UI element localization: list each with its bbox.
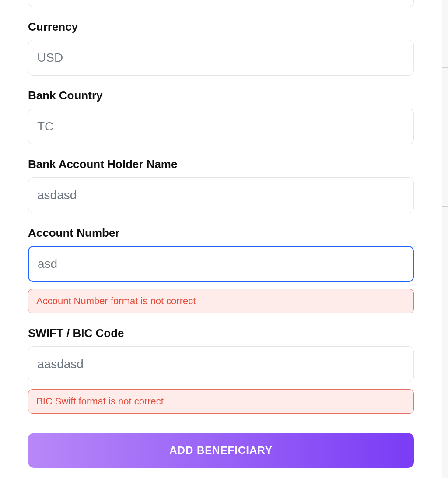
beneficiary-form: Currency Bank Country Bank Account Holde… [0, 0, 442, 478]
account-number-label: Account Number [28, 226, 414, 240]
account-holder-input[interactable] [28, 177, 414, 213]
swift-bic-label: SWIFT / BIC Code [28, 327, 414, 340]
account-holder-label: Bank Account Holder Name [28, 158, 414, 171]
account-holder-field-group: Bank Account Holder Name [28, 158, 414, 213]
swift-bic-error: BIC Swift format is not correct [28, 389, 414, 414]
account-number-error: Account Number format is not correct [28, 289, 414, 313]
scrollbar-mark [442, 206, 448, 207]
bank-country-label: Bank Country [28, 89, 414, 102]
swift-bic-input[interactable] [28, 346, 414, 382]
swift-bic-field-group: SWIFT / BIC Code BIC Swift format is not… [28, 327, 414, 414]
currency-field-group: Currency [28, 20, 414, 76]
account-number-field-group: Account Number Account Number format is … [28, 226, 414, 313]
page-container: Currency Bank Country Bank Account Holde… [0, 0, 448, 478]
scrollbar-mark [442, 67, 448, 68]
account-number-input[interactable] [28, 246, 414, 282]
right-edge-scrollbar[interactable] [442, 0, 448, 478]
bank-country-field-group: Bank Country [28, 89, 414, 144]
bank-country-input[interactable] [28, 109, 414, 144]
add-beneficiary-button[interactable]: ADD BENEFICIARY [28, 433, 414, 468]
currency-input[interactable] [28, 40, 414, 76]
currency-label: Currency [28, 20, 414, 34]
previous-field-edge [28, 0, 414, 7]
